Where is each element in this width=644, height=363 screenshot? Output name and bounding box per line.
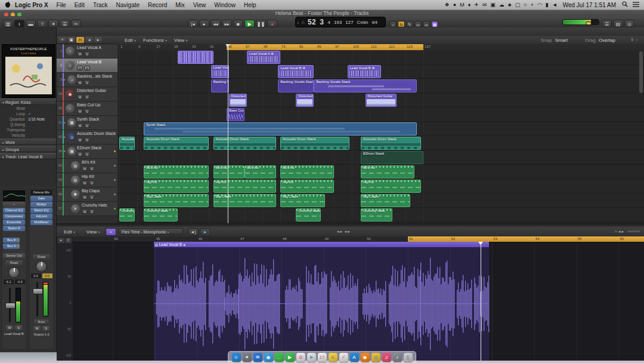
menu-record[interactable]: Record xyxy=(148,2,167,8)
airplane-icon[interactable]: ✈ xyxy=(474,2,479,8)
track-solo-button[interactable]: S xyxy=(89,166,95,171)
wifi-icon[interactable]: ◠ xyxy=(537,2,542,8)
menu-navigate[interactable]: Navigate xyxy=(116,2,140,8)
plus-icon[interactable]: + xyxy=(531,2,534,8)
track-header-synth-stack[interactable]: 21▸▦Synth StackMS xyxy=(57,116,117,130)
insert-slot-compressor[interactable]: Compressor xyxy=(3,214,25,219)
send-slot-bus-8[interactable]: Bus 8 xyxy=(3,238,20,243)
play-from-selection-button[interactable]: ▸ xyxy=(199,20,209,27)
editor-menu-view[interactable]: View ▾ xyxy=(86,229,100,235)
region-param-quantize[interactable]: Quantize1/16 Note xyxy=(0,116,56,122)
dock-icon-trash[interactable]: ▯ xyxy=(404,353,413,362)
region-80-s-kit[interactable]: 80's Kit xyxy=(280,165,334,179)
editor-cycle-region[interactable] xyxy=(408,236,644,242)
track-name[interactable]: Lead Vocal A xyxy=(77,45,116,50)
track-icon[interactable]: ◍ xyxy=(71,176,80,184)
arrange-menu-functions[interactable]: Functions ▾ xyxy=(143,38,167,43)
play-button[interactable]: ▶ xyxy=(244,20,255,27)
solo-mode-button[interactable]: ▭ xyxy=(414,21,422,27)
forward-button[interactable]: ▸▸ xyxy=(222,20,232,27)
pan-knob[interactable] xyxy=(36,261,47,272)
dock-icon-chrome[interactable]: ◎ xyxy=(371,353,380,362)
insert-slot-multipr[interactable]: Multipr xyxy=(30,202,52,207)
stop-button[interactable]: ■ xyxy=(233,20,243,27)
display-icon[interactable]: ▢ xyxy=(515,2,521,8)
notification-center-icon[interactable] xyxy=(633,2,639,8)
region-hip-kit[interactable]: Hip Kit xyxy=(361,180,421,193)
dock-icon-mail[interactable]: ✉ xyxy=(253,353,262,362)
dock-icon-app-store[interactable]: A xyxy=(350,353,359,362)
track-name[interactable]: Crunchy Hats xyxy=(82,203,116,207)
arrange-menu-view[interactable]: View ▾ xyxy=(174,38,187,43)
channel-strip-output-1-2[interactable]: Helena MixGainMultiprMatch EQAdLimitMult… xyxy=(29,189,54,350)
track-icon[interactable]: ♪ xyxy=(66,61,75,70)
region-hip-kit[interactable]: Hip Kit xyxy=(144,180,209,193)
setting-button[interactable]: Helena Mix xyxy=(30,190,52,195)
track-icon[interactable]: ✱ xyxy=(71,190,80,199)
dock-icon-maps[interactable]: ➤ xyxy=(307,353,316,362)
next-icon[interactable]: ▸ xyxy=(94,37,102,43)
dock-icon-finder[interactable]: ☺ xyxy=(232,353,241,362)
lcd-key[interactable]: Cmin xyxy=(357,20,369,25)
region-distorted-guitar[interactable]: Distorted Guitar xyxy=(366,94,397,107)
region-lead-vocal-a[interactable]: Lead Vocal A ⊕ xyxy=(247,51,280,64)
rewind-button[interactable]: ◂◂ xyxy=(210,20,221,27)
param-value[interactable]: 1/16 Note xyxy=(28,117,45,121)
track-mute-button[interactable]: M xyxy=(77,137,83,142)
drag-menu[interactable]: Drag Overlap xyxy=(583,38,620,43)
note-pads-button[interactable]: ▤ xyxy=(613,20,623,27)
menu-view[interactable]: View xyxy=(193,2,206,8)
automation-mode-button[interactable]: Read xyxy=(5,260,23,265)
editor-menu-edit[interactable]: Edit ▾ xyxy=(64,229,75,235)
prelisten-icon[interactable]: ◄) xyxy=(188,228,199,236)
region-distorted-g[interactable]: Distorted G xyxy=(229,94,247,107)
track-icon[interactable]: ◎ xyxy=(67,133,76,141)
editor-region-header[interactable]: ▤Lead Vocal B⊕ xyxy=(154,242,489,247)
region-hip-kit[interactable]: Hip Kit xyxy=(280,180,334,193)
track-mute-button[interactable]: M xyxy=(82,195,88,199)
region-lead-vocal-b[interactable]: Lead Vocal B xyxy=(211,65,229,78)
region-acoustic-dr[interactable]: Acoustic Dr xyxy=(119,137,135,150)
track-header-hip-kit[interactable]: 54◍Hip KitMS xyxy=(57,173,117,187)
region-big-claps[interactable]: Big Claps xyxy=(144,194,209,207)
region-backing-vo[interactable]: Backing Vo xyxy=(211,79,229,93)
track-name[interactable]: Synth Stack xyxy=(77,117,116,121)
track-mute-button[interactable]: M xyxy=(82,166,88,171)
autopunch-button[interactable]: ⌂ xyxy=(389,21,397,27)
track-solo-button[interactable]: S xyxy=(84,137,90,142)
playhead[interactable] xyxy=(228,44,228,226)
track-name[interactable]: Acoustic Drum Stack xyxy=(77,131,116,136)
menu-edit[interactable]: Edit xyxy=(75,2,85,8)
status-dot-icon[interactable]: ● xyxy=(453,2,456,8)
dock-icon-messages[interactable]: … xyxy=(275,353,284,362)
region-acoustic-drum-stack[interactable]: Acoustic Drum Stack xyxy=(144,137,209,150)
region-crunchy-hats[interactable]: Crunchy Hats xyxy=(144,208,177,222)
tuner-button[interactable]: ▦ xyxy=(431,21,438,27)
cloud-icon[interactable]: ☁ xyxy=(499,2,504,8)
track-icon[interactable]: ✕ xyxy=(71,204,80,213)
region-param-velocity[interactable]: Velocity xyxy=(0,133,56,138)
master-level-meter[interactable] xyxy=(562,19,599,25)
gmail-icon[interactable]: M xyxy=(460,2,465,8)
track-solo-button[interactable]: S xyxy=(84,51,90,56)
track-icon[interactable]: ♭ xyxy=(66,104,75,113)
eq-thumbnail[interactable] xyxy=(3,190,25,201)
track-mute-button[interactable]: M xyxy=(77,80,83,85)
track-solo-button[interactable]: S xyxy=(89,195,95,199)
region-param-mute[interactable]: Mute xyxy=(0,106,56,111)
replace-button[interactable]: ✎ xyxy=(406,21,413,27)
toolbar-button[interactable]: ▬ xyxy=(26,20,36,27)
gutter-menu-icon[interactable]: ≡ xyxy=(65,238,72,243)
track-header-bass-cut-up[interactable]: 20♭Bass Cut UpMS xyxy=(57,101,117,116)
track-mute-button[interactable]: M xyxy=(77,123,83,128)
catch-playhead-icon[interactable]: ► xyxy=(200,228,210,236)
mixer-button[interactable]: ☰ xyxy=(60,20,70,27)
flex-mode-dropdown[interactable]: Flex Time - Monophonic ▾ xyxy=(119,228,183,235)
waveform-zoom-icon[interactable]: ≈ ◂ ▸ xyxy=(615,229,624,234)
window-titlebar[interactable]: Helena Beat - Foster The People - Tracks xyxy=(0,10,644,16)
vertical-scrollbar[interactable] xyxy=(639,51,643,93)
region-distorted-g[interactable]: Distorted G xyxy=(296,94,314,107)
insert-slot-adlimit[interactable]: AdLimit xyxy=(30,214,52,219)
track-solo-button[interactable]: S xyxy=(84,66,90,70)
dock-icon-notes[interactable]: ≡ xyxy=(329,353,338,362)
